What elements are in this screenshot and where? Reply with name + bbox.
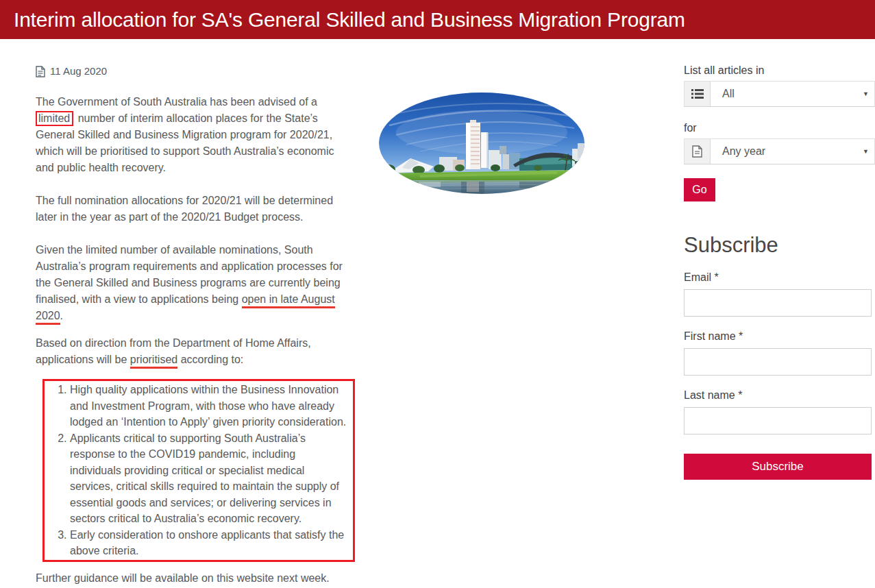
list-icon: [685, 82, 711, 106]
last-name-field[interactable]: [684, 407, 872, 434]
email-field[interactable]: [684, 289, 872, 317]
paragraph-1-text: The Government of South Australia has be…: [36, 96, 317, 108]
annotation-underline-prioritised: prioritised: [130, 354, 177, 369]
priority-list: High quality applications within the Bus…: [45, 382, 347, 559]
email-label: Email *: [684, 271, 875, 284]
filter-category-label: List all articles in: [684, 64, 875, 77]
paragraph-4: Based on direction from the Department o…: [36, 335, 355, 368]
document-icon: [36, 66, 45, 77]
paragraph-2: The full nomination allocations for 2020…: [36, 193, 355, 225]
go-button[interactable]: Go: [684, 178, 715, 201]
filter-year-label: for: [684, 122, 875, 134]
closing-paragraph: Further guidance will be available on th…: [36, 570, 355, 587]
paragraph-1-text-cont: number of interim allocation places for …: [36, 112, 334, 173]
page-icon: [685, 139, 711, 164]
subscribe-button[interactable]: Subscribe: [684, 454, 872, 480]
category-select-value: All: [711, 88, 735, 100]
page: Interim allocation for SA's General Skil…: [0, 0, 875, 588]
year-select[interactable]: Any year ▼: [684, 138, 875, 164]
adelaide-riverbank-photo: [379, 93, 584, 194]
priority-list-item-1: High quality applications within the Bus…: [70, 382, 347, 430]
sidebar: List all articles in All ▼ for: [684, 64, 875, 480]
category-select[interactable]: All ▼: [684, 81, 875, 107]
chevron-down-icon: ▼: [863, 148, 869, 155]
article: 11 Aug 2020 The Government of South Aust…: [36, 64, 355, 587]
article-date-row: 11 Aug 2020: [36, 64, 355, 78]
page-title: Interim allocation for SA's General Skil…: [0, 0, 875, 39]
annotation-box-priority-list: High quality applications within the Bus…: [42, 379, 355, 562]
paragraph-1: The Government of South Australia has be…: [36, 94, 355, 176]
chevron-down-icon: ▼: [863, 90, 869, 97]
subscribe-heading: Subscribe: [684, 233, 875, 258]
paragraph-3-period: .: [60, 310, 63, 321]
first-name-label: First name *: [684, 330, 875, 343]
paragraph-4-text-cont: according to:: [177, 354, 243, 365]
year-select-value: Any year: [711, 145, 765, 158]
priority-list-item-2: Applicants critical to supporting South …: [70, 430, 347, 527]
article-hero-image: [379, 93, 584, 194]
last-name-label: Last name *: [684, 389, 875, 402]
paragraph-3: Given the limited number of available no…: [36, 242, 355, 324]
priority-list-item-3: Early consideration to onshore applicant…: [70, 527, 347, 559]
article-date: 11 Aug 2020: [50, 64, 107, 78]
first-name-field[interactable]: [684, 348, 872, 376]
annotation-box-limited: limited: [36, 111, 73, 126]
page-header: Interim allocation for SA's General Skil…: [0, 0, 875, 39]
